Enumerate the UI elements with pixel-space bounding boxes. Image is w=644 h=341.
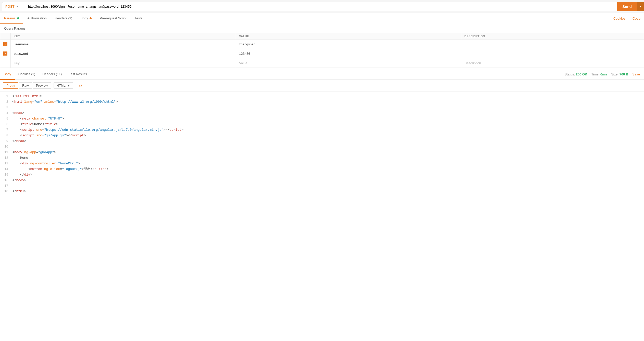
line-number: 16 (0, 178, 12, 183)
tab-tests[interactable]: Tests (131, 13, 146, 24)
code-line: 7 <script src="https://cdn.staticfile.or… (0, 127, 644, 133)
response-tab-test-results[interactable]: Test Results (65, 69, 91, 80)
tab-body[interactable]: Body (76, 13, 96, 24)
code-line: 15 </div> (0, 172, 644, 178)
code-line: 14 <button ng-click="logout()">登出</butto… (0, 166, 644, 172)
line-number: 18 (0, 189, 12, 194)
size-label: Size: (611, 72, 618, 76)
format-pretty-button[interactable]: Pretty (3, 82, 18, 89)
param-key-username: username (14, 42, 29, 46)
line-number: 12 (0, 155, 12, 161)
line-content: </div> (12, 172, 644, 178)
divider (0, 68, 644, 68)
send-dropdown-icon[interactable]: ▼ (637, 2, 644, 11)
line-content: <button ng-click="logout()">登出</button> (12, 166, 644, 172)
tab-authorization[interactable]: Authorization (23, 13, 51, 24)
table-row: ✓ username zhangshan (0, 40, 644, 49)
format-preview-button[interactable]: Preview (33, 82, 51, 89)
format-type-label: HTML (56, 84, 65, 87)
line-number: 10 (0, 144, 12, 149)
tab-params[interactable]: Params (0, 13, 23, 24)
status-code: 200 OK (576, 72, 587, 76)
response-status: Status: 200 OK Time: 6ms Size: 760 B Sav… (565, 72, 644, 76)
value-placeholder: Value (239, 61, 247, 65)
format-type-select[interactable]: HTML ▼ (54, 82, 73, 89)
line-content: <head> (12, 110, 644, 116)
line-number: 11 (0, 150, 12, 155)
line-content: <html lang="en" xmlns="http://www.w3.org… (12, 99, 644, 105)
line-content: <body ng-app="guoApp"> (12, 150, 644, 155)
table-row-empty: Key Value Description (0, 58, 644, 68)
response-tab-headers[interactable]: Headers (11) (39, 69, 65, 80)
param-key-password: password (14, 52, 28, 56)
code-line: 9</head> (0, 138, 644, 144)
tab-code[interactable]: Code (629, 13, 644, 24)
url-input[interactable] (25, 2, 617, 11)
param-value-password: 123456 (239, 52, 250, 56)
tab-prerequest[interactable]: Pre-request Script (96, 13, 131, 24)
code-line: 1<!DOCTYPE html> (0, 94, 644, 99)
line-number: 8 (0, 133, 12, 138)
code-area: 1<!DOCTYPE html>2<html lang="en" xmlns="… (0, 91, 644, 196)
code-line: 5 <meta charset="UTF-8"> (0, 116, 644, 122)
method-chevron-icon: ▼ (16, 5, 18, 8)
line-content: <title>Home</title> (12, 122, 644, 127)
response-tab-cookies[interactable]: Cookies (1) (15, 69, 39, 80)
status-label: Status: (565, 72, 575, 76)
format-raw-button[interactable]: Raw (19, 82, 32, 89)
params-dot (17, 17, 19, 19)
format-bar: Pretty Raw Preview HTML ▼ ⇄ (0, 80, 644, 91)
code-line: 3 (0, 105, 644, 110)
checkbox-password[interactable]: ✓ (3, 51, 7, 56)
line-content: </html> (12, 189, 644, 194)
tab-cookies[interactable]: Cookies (610, 13, 629, 24)
status-time: 6ms (600, 72, 607, 76)
right-tabs: Cookies Code (610, 13, 644, 24)
line-number: 15 (0, 172, 12, 177)
url-bar: POST ▼ Send ▼ (0, 0, 644, 13)
col-checkbox (0, 33, 11, 40)
col-description: DESCRIPTION (461, 33, 644, 40)
line-number: 6 (0, 122, 12, 127)
checkbox-username[interactable]: ✓ (3, 42, 7, 46)
line-number: 5 (0, 116, 12, 121)
line-number: 7 (0, 127, 12, 133)
code-line: 6 <title>Home</title> (0, 122, 644, 127)
line-number: 13 (0, 161, 12, 166)
wrap-button[interactable]: ⇄ (76, 82, 85, 89)
body-dot (90, 17, 92, 19)
line-content: </body> (12, 178, 644, 183)
code-line: 4<head> (0, 110, 644, 116)
request-tabs-row: Params Authorization Headers (9) Body Pr… (0, 13, 644, 24)
line-number: 4 (0, 110, 12, 116)
code-line: 11<body ng-app="guoApp"> (0, 150, 644, 155)
line-content: <script src="js/app.js"></script> (12, 133, 644, 138)
line-content: <script src="https://cdn.staticfile.org/… (12, 127, 644, 133)
time-label: Time: (591, 72, 599, 76)
tab-headers[interactable]: Headers (9) (51, 13, 77, 24)
format-type-chevron-icon: ▼ (67, 84, 70, 87)
line-number: 1 (0, 94, 12, 99)
method-select[interactable]: POST ▼ (2, 2, 25, 11)
line-number: 14 (0, 166, 12, 172)
line-number: 2 (0, 99, 12, 104)
response-tabs-row: Body Cookies (1) Headers (11) Test Resul… (0, 69, 644, 80)
line-content: <!DOCTYPE html> (12, 94, 644, 99)
save-link[interactable]: Save (632, 72, 640, 76)
params-table: KEY VALUE DESCRIPTION ✓ username zhangsh… (0, 33, 644, 68)
line-number: 9 (0, 138, 12, 144)
code-line: 2<html lang="en" xmlns="http://www.w3.or… (0, 99, 644, 105)
query-params-label: Query Params (0, 24, 644, 33)
description-placeholder: Description (464, 61, 481, 65)
table-row: ✓ password 123456 (0, 49, 644, 58)
line-content: </head> (12, 138, 644, 144)
response-tab-body[interactable]: Body (0, 69, 15, 80)
key-placeholder: Key (14, 61, 19, 65)
col-value: VALUE (236, 33, 461, 40)
code-line: 10 (0, 144, 644, 149)
line-content: <meta charset="UTF-8"> (12, 116, 644, 122)
send-button[interactable]: Send (617, 2, 637, 11)
code-line: 17 (0, 183, 644, 189)
param-value-username: zhangshan (239, 42, 255, 46)
line-number: 17 (0, 183, 12, 189)
